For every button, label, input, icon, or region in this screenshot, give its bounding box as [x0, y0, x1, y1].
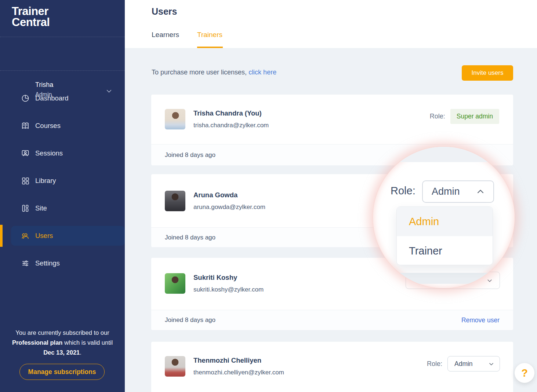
profile-name: Trisha: [35, 81, 53, 89]
role-dropdown-menu: Admin Trainer: [396, 206, 493, 265]
role-select-value: Admin: [432, 186, 460, 197]
user-email: thenmozhi.chelliyen@zylker.com: [193, 369, 284, 376]
chevron-down-icon: [486, 277, 493, 284]
divider: [0, 70, 125, 71]
subscription-date: Dec 13, 2021: [43, 349, 80, 356]
remove-user-link[interactable]: Remove user: [461, 316, 500, 324]
subscription-plan: Professional plan: [12, 339, 63, 346]
role-label: Role:: [391, 185, 416, 197]
role-select-expanded[interactable]: Admin: [422, 180, 494, 203]
sidebar-item-courses[interactable]: Courses: [0, 116, 125, 136]
sessions-icon: [21, 149, 30, 158]
role-select[interactable]: Admin: [447, 356, 500, 371]
user-name: Trisha Chandra (You): [193, 109, 262, 117]
click-here-link[interactable]: click here: [248, 69, 276, 76]
sidebar-item-site[interactable]: Site: [0, 198, 125, 218]
library-icon: [21, 176, 30, 185]
page-title: Users: [152, 6, 177, 17]
courses-icon: [21, 121, 30, 130]
user-email: sukriti.koshy@zylker.com: [193, 286, 264, 293]
subscription-text: You are currently subscribed to our: [15, 329, 109, 336]
role-badge: Super admin: [450, 109, 499, 124]
invite-users-button[interactable]: Invite users: [462, 65, 513, 81]
logo-line-1: Trainer: [12, 6, 50, 17]
active-tab-underline: [197, 47, 223, 48]
page-header: Users Learners Trainers: [125, 0, 537, 48]
chevron-up-icon: [476, 187, 485, 197]
role-option-trainer[interactable]: Trainer: [397, 236, 493, 265]
users-icon: [21, 231, 30, 240]
sidebar-item-settings[interactable]: Settings: [0, 253, 125, 273]
manage-subscriptions-button[interactable]: Manage subscriptions: [19, 364, 105, 380]
sidebar-item-label: Site: [35, 204, 47, 212]
user-name: Thenmozhi Chelliyen: [193, 356, 261, 364]
dashboard-icon: [21, 94, 30, 103]
sidebar-item-dashboard[interactable]: Dashboard: [0, 88, 125, 108]
sidebar-item-sessions[interactable]: Sessions: [0, 143, 125, 163]
role-option-admin[interactable]: Admin: [397, 207, 493, 236]
site-icon: [21, 204, 30, 213]
license-notice: To purchase more user licenses, click he…: [152, 69, 276, 76]
tab-trainers[interactable]: Trainers: [197, 31, 222, 39]
user-card-thenmozhi: Thenmozhi Chelliyen thenmozhi.chelliyen@…: [151, 342, 513, 392]
profile-menu[interactable]: Trisha Admin: [0, 37, 125, 70]
sidebar-item-library[interactable]: Library: [0, 171, 125, 191]
role-label: Role:: [427, 360, 442, 368]
help-button[interactable]: ?: [515, 363, 534, 383]
avatar: [165, 109, 185, 129]
user-name: Aruna Gowda: [193, 191, 237, 199]
trainercentral-logo: Trainer Central: [12, 6, 50, 28]
tab-learners[interactable]: Learners: [152, 31, 179, 39]
sidebar-item-label: Dashboard: [35, 94, 69, 102]
joined-date: Joined 8 days ago: [165, 151, 215, 159]
logo-line-2: Central: [12, 17, 50, 28]
subscription-info: You are currently subscribed to our Prof…: [11, 328, 114, 358]
sidebar-item-label: Courses: [35, 122, 61, 130]
role-label: Role:: [430, 113, 445, 120]
sidebar: Trainer Central Trisha Admin Dashboard C…: [0, 0, 125, 392]
sidebar-item-label: Library: [35, 177, 56, 185]
joined-date: Joined 8 days ago: [165, 234, 215, 241]
role-select-value: Admin: [454, 360, 473, 368]
sidebar-item-users[interactable]: Users: [11, 226, 125, 246]
user-name: Sukriti Koshy: [193, 274, 237, 282]
joined-date: Joined 8 days ago: [165, 316, 215, 324]
user-email: aruna.gowda@zylker.com: [193, 204, 265, 211]
chevron-down-icon: [488, 361, 494, 367]
avatar: [165, 273, 185, 294]
sidebar-item-label: Sessions: [35, 149, 63, 157]
user-email: trisha.chandra@zylker.com: [193, 122, 269, 129]
sidebar-item-label: Settings: [35, 259, 60, 267]
sidebar-nav: Dashboard Courses Sessions Library Site: [0, 88, 125, 281]
settings-icon: [21, 259, 30, 268]
magnifier-callout: Role: Admin Admin Trainer: [373, 147, 515, 288]
avatar: [165, 191, 185, 211]
sidebar-item-label: Users: [35, 232, 53, 240]
avatar: [165, 356, 185, 377]
license-notice-text: To purchase more user licenses,: [152, 69, 248, 76]
